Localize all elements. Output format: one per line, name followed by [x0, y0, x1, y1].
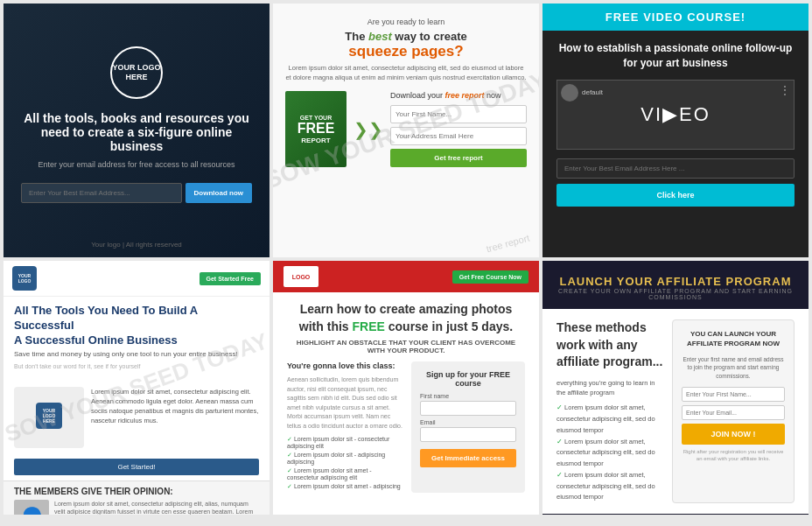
card5-sub: HIGHLIGHT AN OBSTACLE THAT YOUR CLIENT H… [287, 339, 525, 354]
card6-box-subtext: Enter your first name and email address … [682, 355, 785, 379]
card4-members-headline: THE MEMBERS GIVE THEIR OPINION: [14, 487, 259, 496]
card3-email-input[interactable] [556, 158, 794, 179]
card5-firstname-label: First name [420, 393, 449, 399]
list-item: ✓ Lorem ipsum dolor sit - adipiscing adi… [287, 452, 402, 465]
card6-left: These methods work with any affiliate pr… [556, 319, 663, 503]
card5-two-col: You're gonna love this class: Aenean sol… [287, 361, 525, 493]
card-affiliate: LAUNCH YOUR AFFILIATE PROGRAM CREATE YOU… [542, 261, 808, 515]
card3-dots-icon[interactable]: ⋮ [780, 84, 790, 96]
card4-logo-text: YOURLOGO [18, 273, 32, 284]
card3-click-button[interactable]: Click here [556, 184, 794, 207]
card3-content: How to establish a passionate online fol… [542, 31, 808, 257]
card4-subtext2: But don't take our word for it, see if f… [14, 363, 259, 369]
card-online-business: YOURLOGO Get Started Free All The Tools … [4, 261, 270, 515]
card5-logo: LOGO [284, 266, 318, 287]
card2-book: GET YOUR FREE REPORT [285, 91, 346, 167]
card1-subtext: Enter your email address for free access… [38, 160, 234, 169]
card2-tree-watermark: tree report [486, 233, 531, 255]
card2-headline-the: The best way to create [345, 30, 466, 43]
card4-started-button[interactable]: Get Started! [14, 459, 259, 475]
card5-left-col: You're gonna love this class: Aenean sol… [287, 361, 402, 493]
list-item: Lorem ipsum dolor sit amet, consectetur … [556, 403, 663, 436]
card4-tablet-image: YOURLOGOHERE [14, 387, 84, 448]
card3-avatar [561, 84, 578, 102]
card6-checklist: Lorem ipsum dolor sit amet, consectetur … [556, 403, 663, 503]
card5-signup-title: Sign up for your FREE course [420, 370, 516, 388]
card6-email-input[interactable] [682, 405, 785, 420]
person-icon: 👤 [16, 508, 48, 515]
card-free-video: FREE VIDEO COURSE! How to establish a pa… [542, 4, 808, 257]
card1-download-button[interactable]: Download now [186, 183, 252, 203]
card2-dl-text: Download your free report now [390, 91, 527, 100]
card6-signup-box: YOU CAN LAUNCH YOUR AFFILIATE PROGRAM NO… [672, 319, 794, 503]
list-item: ✓ Lorem ipsum dolor sit amet - adipiscin… [287, 483, 402, 490]
card5-top-bar: LOGO Get Free Course Now [273, 261, 539, 292]
card5-checklist: ✓ Lorem ipsum dolor sit - consectetur ad… [287, 436, 402, 490]
card5-lorem: Aenean sollicitudin, lorem quis bibendum… [287, 375, 402, 431]
card3-top-bar: FREE VIDEO COURSE! [542, 4, 808, 31]
card5-content: Learn how to create amazing photos with … [273, 292, 539, 515]
card4-member-photo: 👤 [14, 500, 49, 515]
card4-headline: All The Tools You Need To Build A Succes… [14, 304, 259, 348]
card1-email-input[interactable] [21, 183, 182, 203]
card2-submit-button[interactable]: Get free report [390, 149, 527, 167]
card5-headline: Learn how to create amazing photos with … [287, 301, 525, 335]
card2-headline: The best way to create squeeze pages? [345, 30, 466, 60]
card4-subtext1: Save time and money by using only one to… [14, 350, 259, 358]
card4-right-text: Lorem ipsum dolor sit amet, consectetur … [91, 387, 259, 448]
card2-firstname-input[interactable] [390, 105, 527, 123]
card2-pre-headline: Are you ready to learn [368, 18, 445, 26]
card2-email-input[interactable] [390, 127, 527, 145]
card3-channel-name: default [582, 88, 603, 96]
card5-email-input[interactable] [420, 427, 516, 442]
card4-members: THE MEMBERS GIVE THEIR OPINION: 👤 Lorem … [4, 480, 270, 515]
card-amazing-photos: LOGO Get Free Course Now Learn how to cr… [273, 261, 539, 515]
card6-box-headline: YOU CAN LAUNCH YOUR AFFILIATE PROGRAM NO… [682, 329, 785, 348]
card6-firstname-input[interactable] [682, 387, 785, 402]
list-item: ✓ Lorem ipsum dolor sit amet - consectet… [287, 467, 402, 480]
list-item: ✓ Lorem ipsum dolor sit - consectetur ad… [287, 436, 402, 449]
card6-copyright: Copyright © 2016 | MY PT LT [542, 514, 808, 515]
card6-top: LAUNCH YOUR AFFILIATE PROGRAM CREATE YOU… [542, 261, 808, 309]
card3-channel-info: default [561, 84, 603, 102]
card4-member-text: Lorem ipsum dolor sit amet, consectetur … [54, 500, 259, 515]
card4-nav: YOURLOGO Get Started Free [4, 261, 270, 297]
card1-email-row: Download now [21, 183, 252, 203]
card6-footer-note: Right after your registration you will r… [682, 448, 785, 463]
card6-launch-headline: LAUNCH YOUR AFFILIATE PROGRAM [556, 275, 794, 288]
list-item: Lorem ipsum dolor sit amet, consectetur … [556, 437, 663, 470]
card2-subtext: Lorem ipsum dolor sit amet, consectetur … [285, 64, 527, 82]
card1-headline: All the tools, books and resources you n… [21, 111, 252, 153]
card5-firstname-input[interactable] [420, 401, 516, 416]
card-squeeze-pages: Are you ready to learn The best way to c… [273, 4, 539, 257]
card6-body: everything you're going to learn in the … [556, 378, 663, 398]
card1-footer: Your logo | All rights reserved [91, 241, 182, 249]
card6-headline: These methods work with any affiliate pr… [556, 319, 663, 371]
card-dark-business: YOUR LOGO HERE All the tools, books and … [4, 4, 270, 257]
card2-middle: GET YOUR FREE REPORT ❯❯ Download your fr… [285, 91, 527, 167]
card4-nav-button[interactable]: Get Started Free [200, 272, 261, 285]
list-item: Lorem ipsum dolor sit amet, consectetur … [556, 470, 663, 503]
card4-hero: All The Tools You Need To Build A Succes… [4, 297, 270, 382]
card5-gonna: You're gonna love this class: [287, 361, 402, 370]
card6-subtitle: CREATE YOUR OWN AFFILIATE PROGRAM AND ST… [556, 288, 794, 300]
card2-arrows: ❯❯ [354, 91, 383, 167]
card4-inner-logo: YOURLOGOHERE [36, 403, 62, 429]
card5-signup-box: Sign up for your FREE course First name … [411, 361, 525, 493]
card2-form: Download your free report now Get free r… [390, 91, 527, 167]
card5-access-button[interactable]: Get Immediate access [420, 449, 516, 467]
logo-circle: YOUR LOGO HERE [110, 46, 163, 99]
card5-email-label: Email [420, 419, 436, 425]
card4-logo: YOURLOGO [12, 266, 37, 291]
card6-join-button[interactable]: JOIN NOW ! [682, 424, 785, 445]
card6-bottom: These methods work with any affiliate pr… [542, 309, 808, 514]
main-grid: YOUR LOGO HERE All the tools, books and … [0, 0, 812, 518]
card4-member-row: 👤 Lorem ipsum dolor sit amet, consectetu… [14, 500, 259, 515]
card5-nav-button[interactable]: Get Free Course Now [452, 270, 528, 284]
card3-video-thumb[interactable]: default ⋮ VI▶EO [556, 80, 794, 150]
card3-play-icon: VI▶EO [640, 103, 710, 126]
card4-two-col: YOURLOGOHERE Lorem ipsum dolor sit amet,… [4, 382, 270, 453]
card3-headline: How to establish a passionate online fol… [556, 41, 794, 71]
